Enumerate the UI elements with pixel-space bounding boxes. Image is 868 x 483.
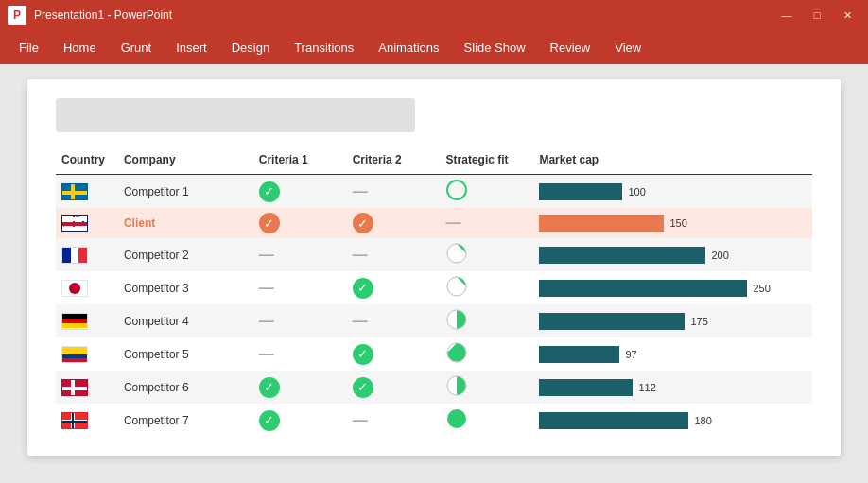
table-row: Competitor 6 ✓ ✓ 112 — [56, 371, 812, 404]
menu-file[interactable]: File — [8, 37, 50, 59]
app-icon: P — [8, 6, 26, 25]
bar-value: 200 — [711, 250, 739, 261]
dash-icon: — — [353, 313, 368, 329]
close-button[interactable]: ✕ — [834, 6, 860, 25]
cell-company: Competitor 2 — [118, 238, 253, 271]
menu-animations[interactable]: Animations — [367, 37, 450, 59]
dash-icon: — — [353, 183, 368, 199]
dash-icon: — — [259, 313, 274, 329]
table-row: Competitor 3 — ✓ 250 — [56, 271, 812, 304]
bar-value: 250 — [753, 283, 781, 294]
cell-company: Competitor 4 — [118, 304, 253, 337]
market-cap-bar — [539, 247, 705, 264]
bar-container: 97 — [539, 346, 807, 363]
strategic-pie-quarter — [446, 276, 467, 297]
cell-criteria1: — — [253, 337, 347, 371]
market-cap-bar — [539, 183, 622, 200]
menu-review[interactable]: Review — [539, 37, 602, 59]
menu-home[interactable]: Home — [52, 37, 108, 59]
strategic-pie-three-quarter — [446, 342, 467, 363]
dash-icon: — — [259, 247, 274, 263]
menu-grunt[interactable]: Grunt — [110, 37, 164, 59]
market-cap-bar — [539, 313, 685, 330]
bar-container: 250 — [539, 280, 807, 297]
cell-strategic — [441, 271, 534, 304]
strategic-pie-quarter — [446, 243, 467, 264]
flag-fr — [61, 247, 88, 264]
cell-company: Competitor 5 — [118, 337, 253, 371]
bar-value: 175 — [690, 316, 719, 327]
strategic-dash: — — [446, 215, 461, 231]
cell-criteria2: ✓ — [347, 337, 441, 371]
header-company: Company — [118, 149, 253, 175]
table-row: Competitor 2 — — 200 — [56, 238, 812, 271]
cell-criteria1: ✓ — [253, 175, 347, 209]
flag-de — [61, 313, 88, 330]
menu-view[interactable]: View — [603, 37, 652, 59]
cell-market: 97 — [533, 337, 812, 371]
company-name: Client — [124, 216, 155, 230]
flag-no — [61, 412, 88, 429]
titlebar-left: P Presentation1 - PowerPoint — [8, 6, 172, 25]
bar-value: 97 — [625, 349, 653, 360]
check-icon: ✓ — [353, 344, 373, 365]
cell-company: Competitor 3 — [118, 271, 253, 304]
cell-country — [56, 271, 118, 304]
cell-market: 180 — [533, 404, 812, 437]
market-cap-bar — [539, 346, 619, 363]
cell-company: Competitor 7 — [118, 404, 253, 437]
cell-market: 200 — [533, 238, 812, 271]
menu-design[interactable]: Design — [220, 37, 281, 59]
bar-value: 112 — [638, 382, 667, 393]
check-icon: ✓ — [353, 278, 373, 299]
titlebar-controls: — □ ✕ — [773, 6, 860, 25]
company-name: Competitor 1 — [124, 185, 189, 198]
strategic-pie-half — [446, 309, 467, 330]
flag-jp — [61, 280, 88, 297]
svg-point-0 — [447, 181, 466, 199]
cell-market: 100 — [533, 175, 812, 209]
dash-icon: — — [259, 346, 274, 362]
table-row: Competitor 5 — ✓ 97 — [56, 337, 812, 371]
bar-container: 175 — [539, 313, 807, 330]
svg-point-11 — [447, 409, 466, 428]
bar-container: 150 — [539, 215, 807, 232]
bar-container: 100 — [539, 183, 807, 200]
bar-value: 100 — [628, 186, 656, 198]
cell-country — [56, 371, 118, 404]
menu-slideshow[interactable]: Slide Show — [453, 37, 537, 59]
company-name: Competitor 4 — [124, 315, 189, 328]
company-name: Competitor 7 — [124, 414, 189, 427]
comparison-table: Country Company Criteria 1 Criteria 2 St… — [56, 149, 812, 437]
company-name: Competitor 5 — [124, 348, 189, 361]
slide: Country Company Criteria 1 Criteria 2 St… — [27, 79, 841, 456]
cell-country — [56, 337, 118, 371]
company-name: Competitor 6 — [124, 381, 189, 394]
header-strategic: Strategic fit — [441, 149, 534, 175]
cell-strategic — [441, 337, 534, 371]
check-orange-icon: ✓ — [353, 213, 373, 233]
table-row: Competitor 7 ✓ — 180 — [56, 404, 812, 437]
cell-criteria2: ✓ — [347, 208, 441, 238]
menu-transitions[interactable]: Transitions — [283, 37, 365, 59]
table-row: Competitor 1 ✓ — 100 — [56, 175, 812, 209]
bar-value: 150 — [669, 217, 698, 229]
cell-criteria2: — — [347, 404, 441, 437]
cell-country — [56, 238, 118, 271]
cell-strategic — [441, 404, 534, 437]
market-cap-bar — [539, 412, 688, 429]
market-cap-bar — [539, 215, 664, 232]
dash-icon: — — [259, 280, 274, 296]
check-icon: ✓ — [259, 181, 280, 202]
cell-criteria1: — — [253, 271, 347, 304]
cell-market: 150 — [533, 208, 812, 238]
minimize-button[interactable]: — — [773, 6, 800, 25]
maximize-button[interactable]: □ — [804, 6, 830, 25]
dash-icon: — — [353, 412, 368, 428]
menu-insert[interactable]: Insert — [165, 37, 218, 59]
bar-container: 200 — [539, 247, 807, 264]
table-row: Competitor 4 — — 175 — [56, 304, 812, 337]
strategic-pie-half — [446, 375, 467, 396]
company-name: Competitor 2 — [124, 249, 189, 262]
flag-gb — [61, 215, 88, 232]
